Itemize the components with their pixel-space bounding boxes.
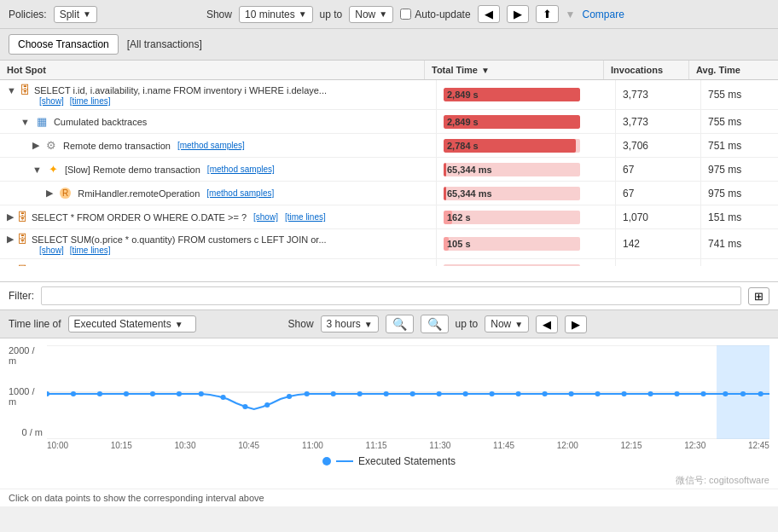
toggle-3[interactable]: ▼ [32, 165, 42, 175]
upto-select-tl[interactable]: Now ▼ [485, 315, 529, 332]
svg-point-32 [758, 391, 763, 396]
cell-hotspot-7: ▶ 🗄 INSERT INTO ORDER_CUSTOMER (ORDER_ID… [0, 259, 437, 266]
timelines-link-0[interactable]: [time lines] [70, 96, 111, 106]
cell-avg-1: 755 ms [701, 110, 778, 133]
svg-point-19 [437, 391, 442, 396]
auto-update-label[interactable]: Auto-update [400, 9, 470, 20]
svg-point-21 [490, 391, 495, 396]
show-link-6[interactable]: [show] [39, 246, 64, 255]
transaction-info: [All transactions] [127, 38, 202, 50]
chart-area: 2000 / m 1000 / m 0 / m [0, 338, 778, 450]
svg-point-8 [177, 391, 182, 396]
svg-point-27 [647, 391, 653, 396]
svg-point-20 [463, 391, 468, 396]
table-row: ▼ ✦ [Slow] Remote demo transaction [meth… [0, 158, 778, 182]
cell-hotspot-4: ▶ R RmiHandler.remoteOperation [method s… [0, 182, 437, 205]
cell-inv-5: 1,070 [616, 205, 701, 228]
filter-settings-button[interactable]: ⊞ [748, 287, 769, 305]
row-6-text: SELECT SUM(o.price * o.quantity) FROM cu… [32, 234, 327, 245]
toggle-7[interactable]: ▶ [7, 265, 14, 266]
toggle-6[interactable]: ▶ [7, 234, 14, 245]
timelines-link-6[interactable]: [time lines] [70, 246, 111, 255]
bar-6: 105 s [444, 237, 580, 251]
filter-input[interactable] [41, 286, 741, 305]
svg-point-12 [264, 402, 270, 408]
bar-text-1: 2,849 s [447, 115, 479, 129]
toggle-0[interactable]: ▼ [7, 85, 16, 95]
svg-point-18 [410, 391, 415, 396]
table-row: ▶ 🗄 SELECT SUM(o.price * o.quantity) FRO… [0, 229, 778, 259]
toggle-2[interactable]: ▶ [32, 140, 39, 151]
cell-inv-1: 3,773 [616, 110, 701, 133]
nav-prev-tl[interactable]: ◀ [536, 315, 558, 333]
cell-avg-4: 975 ms [701, 182, 778, 205]
db-icon-0: 🗄 [20, 84, 31, 96]
second-bar: Choose Transaction [All transactions] [0, 29, 778, 61]
bar-1: 2,849 s [444, 115, 580, 129]
nav-prev-button[interactable]: ◀ [478, 5, 500, 23]
y-top-label: 2000 / m [9, 345, 43, 366]
timeof-select[interactable]: Executed Statements ▼ [68, 315, 196, 332]
method-link-3[interactable]: [method samples] [207, 165, 275, 174]
timeline-section: Time line of Executed Statements ▼ Show … [0, 310, 778, 489]
show-link-5[interactable]: [show] [253, 212, 278, 222]
method-link-4[interactable]: [method samples] [206, 188, 274, 198]
cell-hotspot-2: ▶ ⚙ Remote demo transaction [method samp… [0, 134, 437, 157]
show-select[interactable]: 10 minutes ▼ [239, 6, 313, 23]
top-bar: Policies: Split ▼ Show 10 minutes ▼ up t… [0, 0, 778, 29]
show-select-tl[interactable]: 3 hours ▼ [321, 315, 379, 332]
policies-arrow-icon: ▼ [83, 9, 91, 19]
svg-point-10 [220, 395, 225, 400]
row-0-links: [show] [time lines] [36, 96, 327, 106]
cell-inv-6: 142 [616, 229, 701, 258]
bar-text-7: 5,005 ms [447, 264, 486, 267]
cell-hotspot-1: ▼ ▦ Cumulated backtraces [0, 110, 437, 133]
row-7-text: INSERT INTO ORDER_CUSTOMER (ORDER_ID, CU… [32, 266, 344, 267]
legend-line [336, 460, 353, 462]
cell-totaltime-4: 65,344 ms [437, 182, 616, 205]
toggle-4[interactable]: ▶ [46, 188, 53, 199]
nav-next-button[interactable]: ▶ [507, 5, 529, 23]
compare-link[interactable]: Compare [582, 9, 624, 20]
svg-point-15 [331, 391, 336, 396]
upto-select[interactable]: Now ▼ [349, 6, 393, 23]
svg-point-4 [71, 391, 76, 396]
row-4-text: RmiHandler.remoteOperation [78, 188, 200, 199]
timelines-link-5[interactable]: [time lines] [285, 212, 326, 222]
row-3-text: [Slow] Remote demo transaction [65, 165, 200, 175]
show-arrow-icon: ▼ [299, 9, 307, 19]
x-label-3: 10:45 [238, 441, 259, 450]
svg-point-13 [287, 394, 292, 399]
nav-next-tl[interactable]: ▶ [565, 315, 587, 333]
cell-hotspot-5: ▶ 🗄 SELECT * FROM ORDER O WHERE O.DATE >… [0, 205, 437, 228]
svg-point-6 [124, 391, 129, 396]
row-6-links: [show] [time lines] [36, 246, 327, 255]
cell-totaltime-3: 65,344 ms [437, 158, 616, 181]
policies-select[interactable]: Split ▼ [54, 6, 97, 23]
bar-text-2: 2,784 s [447, 139, 479, 153]
cell-inv-2: 3,706 [616, 134, 701, 157]
show-link-0[interactable]: [show] [39, 96, 64, 106]
upto-arrow-icon: ▼ [379, 9, 387, 19]
show-label: Show [206, 9, 232, 20]
method-link-2[interactable]: [method samples] [177, 141, 245, 150]
upload-button[interactable]: ⬆ [536, 5, 559, 23]
svg-point-28 [674, 391, 679, 396]
hot-spot-table: Hot Spot Total Time ▼ Invocations Avg. T… [0, 61, 778, 282]
timeline-controls: Time line of Executed Statements ▼ Show … [0, 310, 778, 338]
toggle-5[interactable]: ▶ [7, 211, 14, 223]
cell-totaltime-0: 2,849 s [437, 80, 616, 109]
scrollbar-header [766, 61, 778, 79]
choose-transaction-button[interactable]: Choose Transaction [9, 34, 119, 55]
zoom-in-button[interactable]: 🔍 [386, 315, 414, 333]
x-label-2: 10:30 [174, 441, 195, 450]
zoom-out-button[interactable]: 🔍 [421, 315, 449, 333]
chart-wrapper: 2000 / m 1000 / m 0 / m [9, 345, 769, 439]
bar-5: 162 s [444, 211, 580, 224]
bar-0: 2,849 s [444, 88, 580, 101]
auto-update-checkbox[interactable] [400, 9, 411, 20]
toggle-1[interactable]: ▼ [20, 117, 30, 127]
header-totaltime[interactable]: Total Time ▼ [425, 61, 604, 79]
bar-text-3: 65,344 ms [447, 163, 492, 176]
data-line [47, 394, 769, 409]
